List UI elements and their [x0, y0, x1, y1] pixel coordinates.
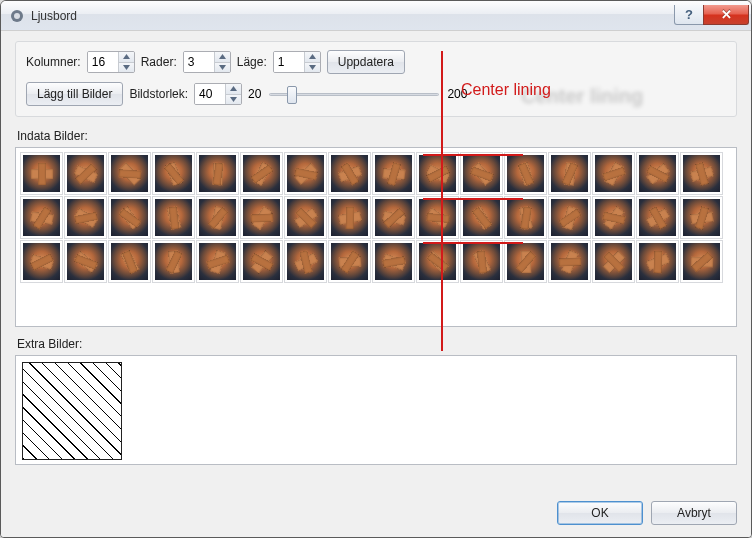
hatch-pattern-icon: [23, 363, 121, 459]
thumb-image-icon: [67, 243, 104, 280]
image-thumb[interactable]: [196, 152, 239, 195]
dialog-footer: OK Avbryt: [15, 491, 737, 525]
thumb-image-icon: [551, 155, 588, 192]
image-thumb[interactable]: [196, 240, 239, 283]
image-thumb[interactable]: [548, 152, 591, 195]
image-thumb[interactable]: [152, 196, 195, 239]
image-thumb[interactable]: [284, 152, 327, 195]
image-thumb[interactable]: [20, 152, 63, 195]
image-thumb[interactable]: [504, 196, 547, 239]
image-thumb[interactable]: [592, 240, 635, 283]
image-thumb[interactable]: [636, 196, 679, 239]
rows-label: Rader:: [141, 55, 177, 69]
image-size-spin-up[interactable]: [226, 84, 241, 94]
mode-spinbox[interactable]: [273, 51, 321, 73]
image-size-input[interactable]: [195, 84, 225, 104]
image-thumb[interactable]: [64, 152, 107, 195]
image-thumb[interactable]: [108, 196, 151, 239]
image-thumb[interactable]: [460, 240, 503, 283]
image-thumb[interactable]: [328, 152, 371, 195]
rows-input[interactable]: [184, 52, 214, 72]
titlebar: Ljusbord ? ✕: [1, 1, 751, 31]
thumb-image-icon: [287, 243, 324, 280]
mode-label: Läge:: [237, 55, 267, 69]
image-thumb[interactable]: [64, 196, 107, 239]
image-thumb[interactable]: [548, 240, 591, 283]
thumb-image-icon: [595, 199, 632, 236]
image-thumb[interactable]: [416, 152, 459, 195]
rows-spin-down[interactable]: [215, 62, 230, 73]
mode-input[interactable]: [274, 52, 304, 72]
image-thumb[interactable]: [152, 152, 195, 195]
rows-spin-up[interactable]: [215, 52, 230, 62]
columns-spinbox[interactable]: [87, 51, 135, 73]
rows-spinbox[interactable]: [183, 51, 231, 73]
image-thumb[interactable]: [20, 240, 63, 283]
thumb-image-icon: [23, 199, 60, 236]
image-thumb[interactable]: [284, 240, 327, 283]
image-thumb[interactable]: [108, 152, 151, 195]
image-thumb[interactable]: [372, 196, 415, 239]
image-thumb[interactable]: [460, 196, 503, 239]
image-thumb[interactable]: [240, 240, 283, 283]
image-thumb[interactable]: [152, 240, 195, 283]
close-button[interactable]: ✕: [703, 5, 749, 25]
image-thumb[interactable]: [592, 196, 635, 239]
image-thumb[interactable]: [548, 196, 591, 239]
image-thumb[interactable]: [284, 196, 327, 239]
extra-placeholder-thumb[interactable]: [22, 362, 122, 460]
columns-label: Kolumner:: [26, 55, 81, 69]
thumb-image-icon: [331, 199, 368, 236]
ok-button[interactable]: OK: [557, 501, 643, 525]
columns-input[interactable]: [88, 52, 118, 72]
client-area: Kolumner: Rader: Läge:: [1, 31, 751, 537]
image-size-slider[interactable]: [269, 85, 439, 103]
image-thumb[interactable]: [680, 196, 723, 239]
image-thumb[interactable]: [20, 196, 63, 239]
image-thumb[interactable]: [592, 152, 635, 195]
image-thumb[interactable]: [460, 152, 503, 195]
image-thumb[interactable]: [328, 196, 371, 239]
thumb-image-icon: [595, 243, 632, 280]
image-thumb[interactable]: [504, 152, 547, 195]
thumb-image-icon: [683, 199, 720, 236]
thumb-image-icon: [23, 155, 60, 192]
thumb-image-icon: [419, 243, 456, 280]
add-images-button[interactable]: Lägg till Bilder: [26, 82, 123, 106]
columns-spin-up[interactable]: [119, 52, 134, 62]
image-thumb[interactable]: [240, 152, 283, 195]
image-thumb[interactable]: [680, 152, 723, 195]
image-thumb[interactable]: [636, 240, 679, 283]
thumb-image-icon: [23, 243, 60, 280]
columns-spin-down[interactable]: [119, 62, 134, 73]
image-thumb[interactable]: [680, 240, 723, 283]
update-button[interactable]: Uppdatera: [327, 50, 405, 74]
image-thumb[interactable]: [196, 196, 239, 239]
mode-spin-up[interactable]: [305, 52, 320, 62]
input-images-label: Indata Bilder:: [17, 129, 737, 143]
image-thumb[interactable]: [372, 152, 415, 195]
image-thumb[interactable]: [328, 240, 371, 283]
thumb-image-icon: [507, 243, 544, 280]
image-thumb[interactable]: [636, 152, 679, 195]
image-thumb[interactable]: [64, 240, 107, 283]
window-title: Ljusbord: [31, 9, 77, 23]
mode-spin-down[interactable]: [305, 62, 320, 73]
image-thumb[interactable]: [372, 240, 415, 283]
thumb-image-icon: [551, 243, 588, 280]
image-thumb[interactable]: [240, 196, 283, 239]
image-size-slider-wrap: 20 200: [248, 85, 467, 103]
image-size-spinbox[interactable]: [194, 83, 242, 105]
image-thumb[interactable]: [504, 240, 547, 283]
image-thumb[interactable]: [416, 196, 459, 239]
help-button[interactable]: ?: [674, 5, 704, 25]
image-size-spin-down[interactable]: [226, 94, 241, 105]
image-thumb[interactable]: [108, 240, 151, 283]
image-thumb[interactable]: [416, 240, 459, 283]
help-icon: ?: [685, 7, 693, 22]
thumb-image-icon: [243, 243, 280, 280]
cancel-button[interactable]: Avbryt: [651, 501, 737, 525]
slider-thumb[interactable]: [287, 86, 297, 104]
thumb-image-icon: [419, 155, 456, 192]
thumb-row: [20, 152, 732, 195]
